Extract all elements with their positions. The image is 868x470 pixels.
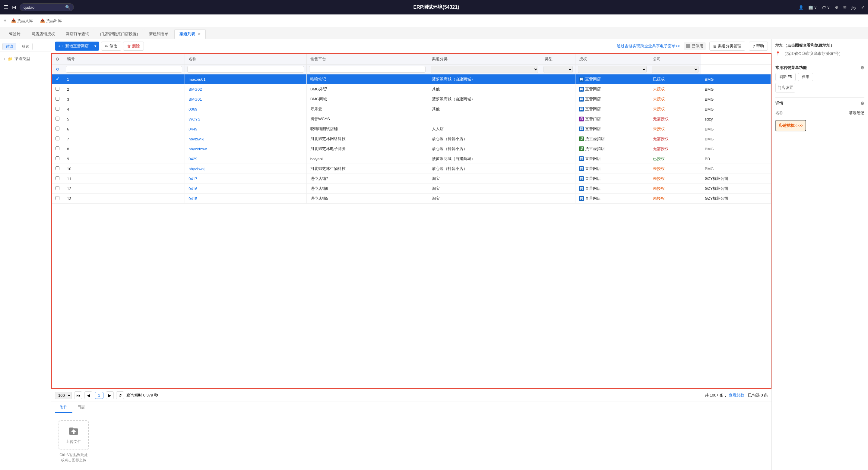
- tab-channel-list[interactable]: 渠道列表 ✕: [174, 29, 206, 39]
- store-setting-button[interactable]: 门店设置: [775, 83, 795, 93]
- apps-icon[interactable]: ⊞: [12, 4, 16, 10]
- gear-icon[interactable]: ⚙: [56, 57, 59, 62]
- goods-out-button[interactable]: 📤 货品出库: [38, 17, 64, 25]
- tab-dashboard[interactable]: 驾驶舱: [4, 29, 26, 39]
- disable-button[interactable]: 停用: [798, 73, 813, 81]
- detail-gear-icon[interactable]: ⚙: [861, 101, 864, 106]
- row-checkbox-cell[interactable]: [52, 184, 63, 194]
- page-next-button[interactable]: ▶: [106, 391, 114, 399]
- filter-name[interactable]: [185, 65, 306, 74]
- help-button[interactable]: ? 帮助: [749, 41, 768, 51]
- page-refresh-button[interactable]: ↺: [116, 391, 124, 399]
- page-prev-button[interactable]: ◀: [85, 391, 92, 399]
- table-row[interactable]: 12 0416 进位店铺6 淘宝 网 直营网店 未授权 GZY杭州公司: [52, 184, 771, 194]
- table-row[interactable]: 2 BMG02 BMG外贸 其他 网 直营网店 未授权 BMG: [52, 85, 771, 94]
- disabled-badge[interactable]: 已停用: [684, 42, 706, 50]
- tab-close-icon[interactable]: ✕: [198, 32, 200, 36]
- search-icon[interactable]: 🔍: [65, 5, 70, 10]
- goods-in-button[interactable]: 📥 货品入库: [9, 17, 35, 25]
- row-checkbox[interactable]: [56, 87, 59, 91]
- row-checkbox-cell[interactable]: [52, 85, 63, 94]
- filter-platform-input[interactable]: [309, 66, 426, 73]
- bell-icon[interactable]: ✉: [843, 5, 846, 10]
- page-first-button[interactable]: ⏮: [74, 391, 82, 399]
- table-row[interactable]: 6 0449 咬喵喵测试店铺 人人店 网 直营网店 未授权 BMG: [52, 124, 771, 134]
- filter-name-input[interactable]: [187, 66, 304, 73]
- add-store-button[interactable]: + + 新增直营网店 ▼: [55, 41, 99, 51]
- table-row[interactable]: 9 0429 bolyapi 菠萝派商城（自建商城） 网 直营网店 已授权 BB: [52, 154, 771, 164]
- row-checkbox[interactable]: [56, 77, 59, 81]
- per-page-select[interactable]: 100 50 200: [55, 392, 72, 399]
- row-checkbox-cell[interactable]: [52, 74, 63, 85]
- table-row[interactable]: 8 hbyzldzsw 河北御芝林电子商务 放心购（抖音小店） 货 货主虚拟店 …: [52, 144, 771, 154]
- tab-new-sale[interactable]: 新建销售单: [144, 29, 174, 39]
- tab-store-mgmt[interactable]: 门店管理(原门店设置): [95, 29, 143, 39]
- jichain-link[interactable]: 通过吉链实现跨企业共享电子面单>>: [617, 43, 680, 49]
- filter-category[interactable]: [428, 65, 541, 74]
- row-checkbox[interactable]: [56, 186, 59, 190]
- filter-company-select[interactable]: [652, 66, 699, 73]
- table-row[interactable]: 4 0069 寻乐云 其他 网 直营网店 未授权 BMG: [52, 104, 771, 114]
- table-row[interactable]: 11 0417 进位店铺7 淘宝 网 直营网店 未授权 GZY杭州公司: [52, 174, 771, 184]
- edit-button[interactable]: ✏ 修改: [101, 41, 121, 51]
- menu-icon[interactable]: ☰: [4, 4, 8, 10]
- row-checkbox[interactable]: [56, 127, 59, 130]
- channel-mgmt-button[interactable]: ⊞ 渠道分类管理: [709, 41, 745, 51]
- filter-button[interactable]: 过滤: [2, 43, 16, 50]
- tab-store-auth[interactable]: 网店店铺授权: [26, 29, 60, 39]
- search-input[interactable]: [24, 5, 63, 10]
- search-box[interactable]: 🔍: [20, 3, 74, 11]
- row-checkbox[interactable]: [56, 196, 59, 200]
- row-checkbox[interactable]: [56, 97, 59, 101]
- filter-refresh[interactable]: ↻: [52, 65, 63, 74]
- filter-type[interactable]: [541, 65, 576, 74]
- filter-number-input[interactable]: [66, 66, 182, 73]
- add-store-dropdown-arrow[interactable]: ▼: [92, 43, 99, 49]
- refresh-f5-button[interactable]: 刷新 F5: [775, 73, 796, 81]
- filter-platform[interactable]: [306, 65, 428, 74]
- row-checkbox-cell[interactable]: [52, 134, 63, 144]
- row-checkbox[interactable]: [56, 176, 59, 180]
- row-checkbox-cell[interactable]: [52, 144, 63, 154]
- row-checkbox[interactable]: [56, 107, 59, 110]
- row-checkbox[interactable]: [56, 136, 59, 140]
- table-row[interactable]: 7 hbyzlwlkj 河北御芝林网络科技 放心购（抖音小店） 货 货主虚拟店 …: [52, 134, 771, 144]
- table-row[interactable]: 3 BMG01 BMG商城 菠萝派商城（自建商城） 网 直营网店 未授权 BMG: [52, 94, 771, 104]
- tab-log[interactable]: 日志: [72, 402, 90, 413]
- settings-icon[interactable]: ⚙: [835, 5, 838, 10]
- store-auth-button[interactable]: 店铺授权>>>>: [775, 120, 806, 131]
- row-checkbox[interactable]: [56, 156, 59, 160]
- tab-order-query[interactable]: 网店订单查询: [61, 29, 94, 39]
- org-icon[interactable]: 🏢 ∨: [808, 5, 817, 10]
- row-checkbox-cell[interactable]: [52, 124, 63, 134]
- table-row[interactable]: 10 hbyzlswkj 河北御芝林生物科技 放心购（抖音小店） 网 直营网店 …: [52, 164, 771, 174]
- expand-icon[interactable]: ⤢: [861, 5, 864, 10]
- user-label[interactable]: jky: [851, 5, 856, 10]
- row-checkbox-cell[interactable]: [52, 104, 63, 114]
- table-row[interactable]: 5 WCYS 抖音WCYS 店 直营门店 无需授权 sdzy: [52, 114, 771, 124]
- filter-number[interactable]: [63, 65, 185, 74]
- view-total-link[interactable]: 查看总数: [728, 393, 744, 397]
- row-checkbox[interactable]: [56, 146, 59, 150]
- row-checkbox[interactable]: [56, 166, 59, 170]
- row-checkbox[interactable]: [56, 116, 59, 121]
- filter-auth-select[interactable]: [578, 66, 647, 73]
- tab-attachment[interactable]: 附件: [55, 402, 72, 413]
- row-checkbox-cell[interactable]: [52, 154, 63, 164]
- delete-button[interactable]: 🗑 删除: [123, 41, 144, 51]
- refresh-icon[interactable]: ↻: [56, 67, 59, 72]
- filter-category-select[interactable]: [431, 66, 538, 73]
- common-menu-gear-icon[interactable]: ⚙: [861, 65, 864, 70]
- filter-auth[interactable]: [576, 65, 649, 74]
- user-profile-icon[interactable]: 👤: [799, 5, 803, 10]
- filter-type-select[interactable]: [544, 66, 573, 73]
- sidebar-item-channel-type[interactable]: + 📁 渠道类型: [0, 54, 51, 63]
- row-checkbox-cell[interactable]: [52, 194, 63, 204]
- row-checkbox-cell[interactable]: [52, 94, 63, 104]
- upload-button[interactable]: 上传文件: [59, 420, 89, 450]
- row-checkbox-cell[interactable]: [52, 174, 63, 184]
- table-row[interactable]: 13 0415 进位店铺5 淘宝 网 直营网店 未授权 GZY杭州公司: [52, 194, 771, 204]
- row-checkbox-cell[interactable]: [52, 114, 63, 124]
- company-icon[interactable]: 🏷 ∨: [822, 5, 830, 10]
- row-checkbox-cell[interactable]: [52, 164, 63, 174]
